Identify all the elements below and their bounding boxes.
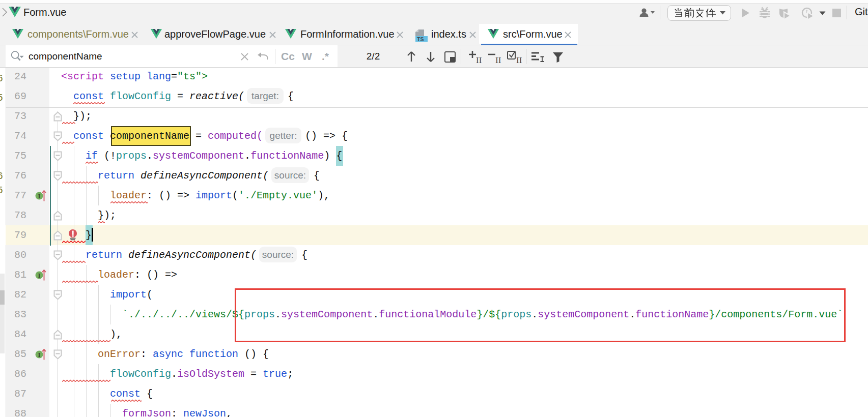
svg-text:II: II (495, 55, 501, 65)
svg-text:II: II (476, 55, 482, 65)
svg-text:TS: TS (417, 36, 424, 42)
svg-text:II: II (516, 55, 522, 65)
